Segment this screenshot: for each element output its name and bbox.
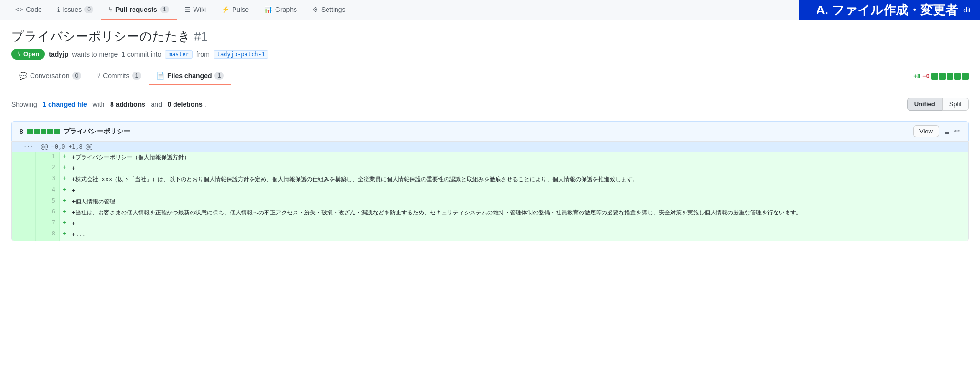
- pr-status-icon: ⑂: [17, 51, 21, 58]
- banner-edit-label[interactable]: dit: [963, 6, 970, 14]
- nav-issues[interactable]: ℹ Issues 0: [50, 0, 101, 20]
- settings-icon: ⚙: [312, 6, 318, 13]
- code-icon: <>: [15, 6, 23, 13]
- file-add-block-5: [54, 129, 60, 134]
- diff-row: 3++株式会社 xxx（以下「当社」）は、以下のとおり個人情報保護方針を定め、個…: [12, 174, 968, 185]
- pr-author: tadyjp: [49, 51, 68, 58]
- pr-from-label: from: [196, 51, 210, 58]
- file-add-block-2: [34, 129, 40, 134]
- tab-conversation[interactable]: 💬 Conversation 0: [11, 67, 89, 85]
- line-num-old: [12, 196, 36, 207]
- pr-head-branch[interactable]: tadyjp-patch-1: [214, 50, 268, 59]
- diff-block-4: [954, 73, 961, 80]
- pr-base-branch[interactable]: master: [165, 50, 192, 59]
- line-num-old: [12, 174, 36, 185]
- tab-files-changed[interactable]: 📄 Files changed 1: [149, 67, 231, 85]
- nav-pulse[interactable]: ⚡ Pulse: [214, 0, 256, 20]
- diff-row: 8++...: [12, 229, 968, 240]
- line-sign: +: [60, 174, 69, 185]
- line-sign: +: [60, 229, 69, 240]
- page-content: プライバシーポリシーのたたき #1 ⑂ Open tadyjp wants to…: [0, 20, 980, 260]
- pr-action: wants to merge: [72, 51, 118, 58]
- nav-settings[interactable]: ⚙ Settings: [305, 0, 353, 20]
- nav-pull-requests[interactable]: ⑂ Pull requests 1: [101, 0, 177, 20]
- line-num-new: 7: [36, 218, 60, 229]
- line-num-new: 2: [36, 163, 60, 174]
- nav-code[interactable]: <> Code: [8, 0, 50, 20]
- tab-commits[interactable]: ⑂ Commits 1: [89, 67, 149, 85]
- line-content: +株式会社 xxx（以下「当社」）は、以下のとおり個人情報保護方針を定め、個人情…: [69, 174, 968, 185]
- line-num-old: [12, 185, 36, 196]
- line-sign: +: [60, 163, 69, 174]
- line-sign: +: [60, 185, 69, 196]
- hunk-range: @@ −0,0 +1,8 @@: [41, 143, 92, 150]
- nav-issues-label: Issues: [62, 6, 82, 13]
- line-content: +...: [69, 229, 968, 240]
- line-sign: +: [60, 218, 69, 229]
- pr-number: #1: [194, 29, 208, 43]
- tab-commits-label: Commits: [103, 72, 129, 80]
- nav-graphs[interactable]: 📊 Graphs: [256, 0, 305, 20]
- line-sign: +: [60, 152, 69, 163]
- file-add-count: 8: [20, 128, 23, 135]
- view-button[interactable]: View: [913, 125, 939, 137]
- nav-pull-requests-label: Pull requests: [115, 6, 157, 13]
- line-num-new: 5: [36, 196, 60, 207]
- nav-wiki[interactable]: ☰ Wiki: [177, 0, 214, 20]
- diff-rows: 1++プライバシーポリシー（個人情報保護方針）2++3++株式会社 xxx（以下…: [12, 152, 968, 241]
- line-content: +: [69, 163, 968, 174]
- line-num-new: 8: [36, 229, 60, 240]
- diff-hunk-header: ··· @@ −0,0 +1,8 @@: [12, 142, 968, 152]
- wiki-icon: ☰: [184, 6, 191, 13]
- file-section: 8 プライバシーポリシー View 🖥 ✏ ··· @@ −0,0 +1,8: [11, 121, 969, 241]
- line-num-old: [12, 163, 36, 174]
- graphs-icon: 📊: [264, 6, 272, 13]
- changed-file-link[interactable]: 1 changed file: [42, 101, 87, 108]
- file-add-block-1: [27, 129, 33, 134]
- file-add-block-4: [47, 129, 53, 134]
- line-num-old: [12, 218, 36, 229]
- line-num-old: [12, 229, 36, 240]
- diff-stat-blocks: [931, 73, 969, 80]
- edit-icon[interactable]: ✏: [954, 127, 960, 136]
- files-icon: 📄: [156, 72, 164, 80]
- nav-pulse-label: Pulse: [232, 6, 249, 13]
- diff-row: 4++: [12, 185, 968, 196]
- diff-deletions: −0: [922, 72, 929, 80]
- nav-code-label: Code: [26, 6, 41, 13]
- line-num-new: 3: [36, 174, 60, 185]
- line-content: +プライバシーポリシー（個人情報保護方針）: [69, 152, 968, 163]
- diff-row: 7++: [12, 218, 968, 229]
- pull-requests-icon: ⑂: [109, 6, 112, 13]
- diff-row: 6++当社は、お客さまの個人情報を正確かつ最新の状態に保ち、個人情報への不正アク…: [12, 207, 968, 218]
- showing-prefix: Showing: [11, 101, 37, 108]
- line-sign: +: [60, 196, 69, 207]
- nav-wiki-label: Wiki: [194, 6, 206, 13]
- line-content: +: [69, 218, 968, 229]
- line-num-new: 6: [36, 207, 60, 218]
- diff-row: 5++個人情報の管理: [12, 196, 968, 207]
- file-actions: View 🖥 ✏: [913, 125, 960, 137]
- diff-stats: +8 −0: [913, 72, 969, 80]
- split-view-button[interactable]: Split: [942, 98, 969, 111]
- unified-view-button[interactable]: Unified: [907, 98, 942, 111]
- view-toggle: Unified Split: [907, 98, 969, 111]
- showing-mid: with: [92, 101, 104, 108]
- showing-suffix: .: [204, 101, 206, 108]
- file-additions-info: 8 プライバシーポリシー: [20, 127, 130, 136]
- showing-and: and: [151, 101, 162, 108]
- pr-meta: ⑂ Open tadyjp wants to merge 1 commit in…: [11, 49, 969, 60]
- file-add-block-3: [41, 129, 46, 134]
- banner-text: A. ファイル作成・変更者: [816, 2, 958, 19]
- line-num-old: [12, 152, 36, 163]
- issues-icon: ℹ: [57, 6, 60, 13]
- diff-block-1: [931, 73, 938, 80]
- diff-block-2: [939, 73, 946, 80]
- files-changed-badge: 1: [214, 72, 224, 80]
- file-name: プライバシーポリシー: [63, 127, 130, 136]
- additions-count: 8 additions: [110, 101, 145, 108]
- pr-status-label: Open: [23, 51, 39, 58]
- file-header: 8 プライバシーポリシー View 🖥 ✏: [11, 121, 969, 141]
- conversation-icon: 💬: [19, 72, 27, 80]
- monitor-icon[interactable]: 🖥: [943, 127, 950, 136]
